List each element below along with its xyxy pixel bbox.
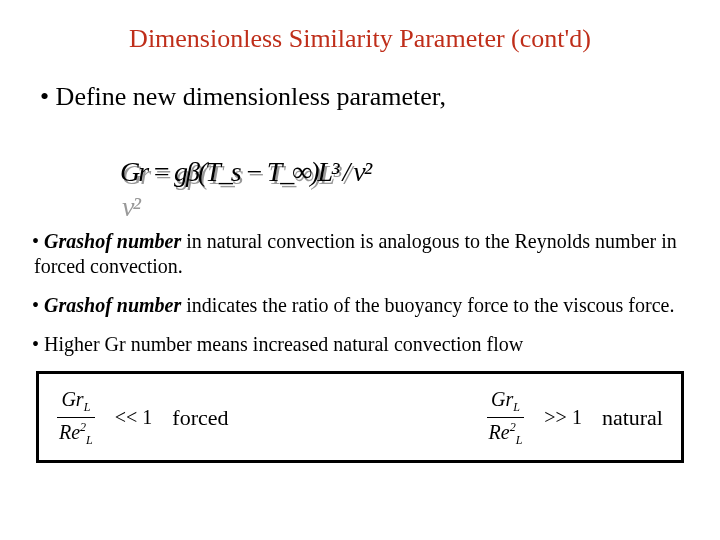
natural-comparator: >> 1 [544, 406, 582, 429]
forced-den-main: Re [59, 421, 80, 443]
formula-text: Gr = gβ(T_s − T_∞)L³ / ν² [120, 156, 370, 188]
natural-num-sub: L [513, 400, 520, 414]
forced-comparator: << 1 [115, 406, 153, 429]
comparison-box: GrL Re2L << 1 forced GrL Re2L >> 1 natur… [36, 371, 684, 463]
natural-num-main: Gr [491, 388, 513, 410]
forced-num-sub: L [84, 400, 91, 414]
paragraph-grashof-reynolds: Grashof number in natural convection is … [34, 229, 686, 279]
grashof-formula: Gr = gβ(T_s − T_∞)L³ / ν² Gr = gβ(T_s − … [30, 124, 690, 219]
grashof-emph-1: Grashof number [44, 230, 181, 252]
forced-num-main: Gr [61, 388, 83, 410]
paragraph-buoyancy-viscous: Grashof number indicates the ratio of th… [34, 293, 686, 318]
natural-block: GrL Re2L >> 1 natural [487, 388, 663, 448]
forced-fraction: GrL Re2L [57, 388, 95, 448]
para2-body: indicates the ratio of the buoyancy forc… [181, 294, 674, 316]
natural-den-sub: L [516, 433, 523, 447]
grashof-emph-2: Grashof number [44, 294, 181, 316]
paragraph-higher-gr: Higher Gr number means increased natural… [34, 332, 686, 357]
lead-bullet: Define new dimensionless parameter, [40, 82, 690, 112]
natural-den-main: Re [489, 421, 510, 443]
slide-title: Dimensionless Similarity Parameter (cont… [30, 24, 690, 54]
natural-label: natural [602, 405, 663, 431]
forced-label: forced [172, 405, 228, 431]
natural-fraction: GrL Re2L [487, 388, 525, 448]
forced-block: GrL Re2L << 1 forced [57, 388, 229, 448]
forced-den-sub: L [86, 433, 93, 447]
